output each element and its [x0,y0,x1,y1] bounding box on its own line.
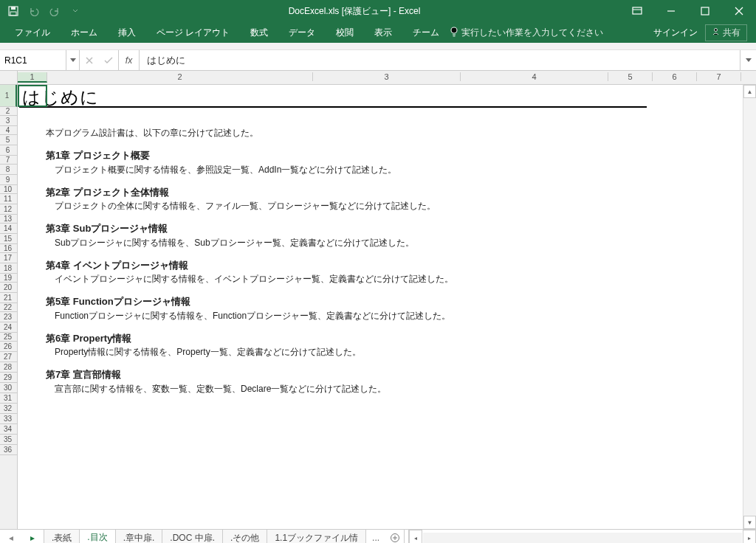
row-headers: 1234567891011121314151617181920212223242… [0,85,18,529]
minimize-icon[interactable] [654,0,688,22]
column-header[interactable]: 4 [461,72,608,81]
chapter-description: 宣言部に関する情報を、変数一覧、定数一覧、Declare一覧などに分けて記述した… [55,382,710,395]
row-header[interactable]: 21 [0,293,17,303]
sheet-tab[interactable]: .DOC 中扉. [162,530,223,543]
row-header[interactable]: 18 [0,263,17,274]
row-header[interactable]: 36 [0,445,17,455]
fx-icon[interactable]: fx [119,50,140,70]
sheet-nav[interactable]: ◂ ▸ [0,530,44,543]
document-body: 本プログラム設計書は、以下の章に分けて記述した。 第1章 プロジェクト概要プロジ… [46,126,710,395]
column-header[interactable]: 7 [697,72,741,81]
row-header[interactable]: 4 [0,126,17,135]
sheet-tab[interactable]: .目次 [80,530,115,543]
sign-in-link[interactable]: サインイン [653,27,698,39]
chapter-description: プロジェクト概要に関する情報を、参照設定一覧、AddIn一覧などに分けて記述した… [55,163,710,176]
row-header[interactable]: 25 [0,333,17,342]
undo-icon[interactable] [25,2,43,20]
vertical-scrollbar[interactable]: ▲ ▼ [743,85,756,529]
row-header[interactable]: 32 [0,404,17,414]
tab-review[interactable]: 校閲 [326,22,364,43]
column-header[interactable]: 5 [608,72,653,81]
chapter-title: 第2章 プロジェクト全体情報 [46,185,710,200]
row-header[interactable]: 31 [0,393,17,404]
scroll-up-icon[interactable]: ▲ [743,85,756,98]
formula-bar-expand[interactable] [740,50,756,70]
tell-me-search[interactable]: 実行したい作業を入力してください [450,22,603,43]
row-header[interactable]: 16 [0,244,17,253]
formula-input[interactable]: はじめに [140,50,740,70]
row-header[interactable]: 19 [0,274,17,283]
sheet-tab[interactable]: 1.1ブックファイル情 [267,530,366,543]
maximize-icon[interactable] [688,0,722,22]
row-header[interactable]: 28 [0,362,17,373]
vscroll-track[interactable] [743,98,756,516]
name-box[interactable]: R1C1 [0,50,66,70]
row-header[interactable]: 29 [0,373,17,383]
row-header[interactable]: 3 [0,116,17,126]
row-header[interactable]: 11 [0,194,17,204]
redo-icon[interactable] [46,2,63,20]
row-header[interactable]: 1 [0,85,17,107]
row-header[interactable]: 2 [0,107,17,116]
column-header[interactable]: 2 [47,72,313,81]
column-header[interactable]: 6 [653,72,697,81]
tab-data[interactable]: データ [278,22,326,43]
hscroll-right-icon[interactable]: ▸ [743,530,756,543]
row-header[interactable]: 15 [0,234,17,244]
row-header[interactable]: 23 [0,312,17,322]
save-icon[interactable] [4,2,22,20]
row-header[interactable]: 33 [0,414,17,424]
sheet-tabs-more[interactable]: ... [366,530,385,543]
row-header[interactable]: 12 [0,204,17,215]
sheet-tab[interactable]: .表紙 [44,530,80,543]
tab-home[interactable]: ホーム [61,22,108,43]
name-box-dropdown[interactable] [66,50,80,70]
cells-area[interactable]: はじめに 本プログラム設計書は、以下の章に分けて記述した。 第1章 プロジェクト… [18,85,743,529]
sheet-tab[interactable]: .その他 [223,530,267,543]
sheet-nav-first-icon[interactable]: ◂ [9,533,13,543]
row-header[interactable]: 13 [0,215,17,224]
tab-insert[interactable]: 挿入 [108,22,146,43]
select-all-cell[interactable] [0,71,18,84]
ribbon-display-icon[interactable] [620,0,654,22]
row-header[interactable]: 24 [0,322,17,333]
row-header[interactable]: 9 [0,175,17,185]
close-icon[interactable] [722,0,756,22]
column-header[interactable]: 3 [313,72,461,81]
row-header[interactable]: 20 [0,283,17,293]
lightbulb-icon [450,27,458,39]
sheet-nav-next-icon[interactable]: ▸ [30,533,35,543]
row-header[interactable]: 34 [0,424,17,435]
row-header[interactable]: 6 [0,145,17,156]
hscroll-track[interactable] [423,533,742,543]
row-header[interactable]: 7 [0,156,17,165]
sheet-tab[interactable]: .章中扉. [116,530,163,543]
row-header[interactable]: 30 [0,383,17,393]
row-header[interactable]: 8 [0,165,17,175]
row-header[interactable]: 10 [0,185,17,194]
column-header[interactable]: 1 [18,72,47,83]
tab-formulas[interactable]: 数式 [240,22,278,43]
qat-dropdown-icon[interactable] [66,2,84,20]
row-header[interactable]: 14 [0,224,17,234]
title-cell[interactable]: はじめに [19,85,647,108]
tab-team[interactable]: チーム [402,22,450,43]
hscroll-left-icon[interactable]: ◂ [409,530,422,543]
svg-rect-1 [11,7,16,10]
chapter-title: 第3章 Subプロシージャ情報 [46,221,710,236]
tab-view[interactable]: 表示 [364,22,402,43]
row-header[interactable]: 17 [0,253,17,263]
row-header[interactable]: 35 [0,435,17,445]
share-button[interactable]: 共有 [705,24,747,41]
row-header[interactable]: 5 [0,135,17,145]
row-header[interactable]: 26 [0,342,17,352]
cancel-formula-icon[interactable] [80,50,99,70]
row-header[interactable]: 22 [0,303,17,312]
horizontal-scrollbar[interactable]: ◂ ▸ [409,530,756,543]
scroll-down-icon[interactable]: ▼ [743,516,756,529]
row-header[interactable]: 27 [0,352,17,362]
tab-file[interactable]: ファイル [4,22,61,43]
tab-pagelayout[interactable]: ページ レイアウト [146,22,240,43]
enter-formula-icon[interactable] [99,50,118,70]
new-sheet-button[interactable] [385,530,405,543]
